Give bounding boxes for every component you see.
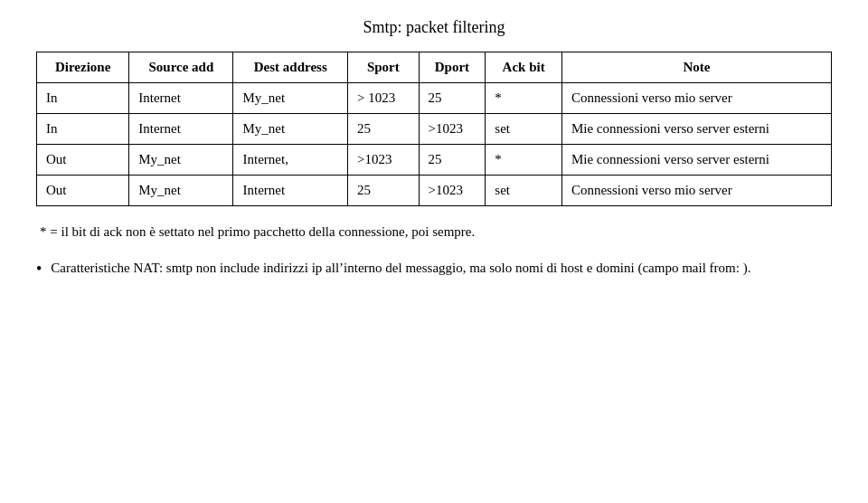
col-header-note: Note <box>561 52 831 83</box>
table-row: OutMy_netInternet25>1023setConnessioni v… <box>37 176 832 206</box>
cell-direzione-3: Out <box>37 176 129 206</box>
cell-dest_address-3: Internet <box>233 176 348 206</box>
cell-note-1: Mie connessioni verso server esterni <box>561 114 831 145</box>
col-header-sport: Sport <box>348 52 419 83</box>
footnote-text: * = il bit di ack non è settato nel prim… <box>40 224 832 240</box>
cell-dport-3: >1023 <box>419 176 486 206</box>
cell-sport-3: 25 <box>348 176 419 206</box>
cell-ack_bit-0: * <box>486 83 562 114</box>
cell-note-2: Mie connessioni verso server esterni <box>561 145 831 176</box>
table-row: OutMy_netInternet,>102325*Mie connession… <box>37 145 832 176</box>
cell-ack_bit-1: set <box>486 114 562 145</box>
packet-filter-table: Direzione Source add Dest address Sport … <box>36 52 832 206</box>
table-row: InInternetMy_net> 102325*Connessioni ver… <box>37 83 832 114</box>
cell-sport-0: > 1023 <box>348 83 419 114</box>
table-header-row: Direzione Source add Dest address Sport … <box>37 52 832 83</box>
cell-dport-2: 25 <box>419 145 486 176</box>
cell-ack_bit-2: * <box>486 145 562 176</box>
cell-direzione-2: Out <box>37 145 129 176</box>
cell-dest_address-2: Internet, <box>233 145 348 176</box>
cell-source_add-2: My_net <box>129 145 233 176</box>
table-row: InInternetMy_net25>1023setMie connession… <box>37 114 832 145</box>
bullet-section: • Caratteristiche NAT: smtp non include … <box>36 258 832 280</box>
cell-sport-2: >1023 <box>348 145 419 176</box>
cell-direzione-1: In <box>37 114 129 145</box>
cell-sport-1: 25 <box>348 114 419 145</box>
cell-dport-1: >1023 <box>419 114 486 145</box>
bullet-dot: • <box>36 260 42 280</box>
cell-dport-0: 25 <box>419 83 486 114</box>
cell-dest_address-1: My_net <box>233 114 348 145</box>
bullet-text: Caratteristiche NAT: smtp non include in… <box>51 258 750 279</box>
cell-ack_bit-3: set <box>486 176 562 206</box>
col-header-direzione: Direzione <box>37 52 129 83</box>
cell-dest_address-0: My_net <box>233 83 348 114</box>
cell-direzione-0: In <box>37 83 129 114</box>
col-header-dest-address: Dest address <box>233 52 348 83</box>
page-title: Smtp: packet filtering <box>36 18 832 37</box>
bullet-item: • Caratteristiche NAT: smtp non include … <box>36 258 832 280</box>
cell-note-3: Connessioni verso mio server <box>561 176 831 206</box>
col-header-ack-bit: Ack bit <box>486 52 562 83</box>
cell-source_add-0: Internet <box>129 83 233 114</box>
cell-source_add-3: My_net <box>129 176 233 206</box>
col-header-source-add: Source add <box>129 52 233 83</box>
cell-source_add-1: Internet <box>129 114 233 145</box>
cell-note-0: Connessioni verso mio server <box>561 83 831 114</box>
col-header-dport: Dport <box>419 52 486 83</box>
